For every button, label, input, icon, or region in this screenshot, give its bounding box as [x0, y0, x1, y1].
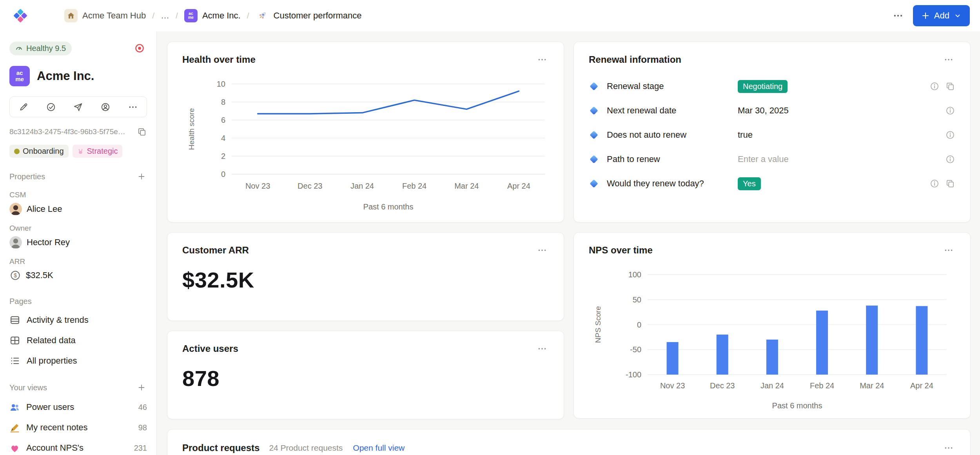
- field-label-csm: CSM: [9, 191, 147, 199]
- info-icon[interactable]: [929, 81, 940, 91]
- company-avatar: ac me: [9, 66, 30, 86]
- record-indicator-icon[interactable]: [132, 41, 147, 56]
- app-logo-icon[interactable]: [11, 6, 30, 25]
- card-menu-button[interactable]: [535, 53, 549, 66]
- svg-text:$: $: [14, 273, 17, 278]
- open-full-view-link[interactable]: Open full view: [353, 443, 405, 453]
- property-label[interactable]: Does not auto renew: [607, 130, 738, 140]
- svg-text:0: 0: [221, 170, 225, 178]
- svg-text:Health score: Health score: [187, 108, 196, 150]
- property-value[interactable]: Yes: [738, 177, 761, 190]
- property-label[interactable]: Path to renew: [607, 154, 738, 164]
- sidebar-toggle-button[interactable]: [38, 7, 54, 24]
- field-value-owner[interactable]: Hector Rey: [9, 236, 147, 249]
- sidebar-item-all-properties[interactable]: All properties: [9, 351, 147, 371]
- breadcrumb-label: Acme Team Hub: [82, 11, 146, 21]
- field-value-arr[interactable]: $ $32.5K: [9, 269, 147, 281]
- sidebar-item-my-recent-notes[interactable]: My recent notes 98: [9, 417, 147, 438]
- svg-text:Mar 24: Mar 24: [860, 381, 884, 390]
- svg-text:50: 50: [633, 295, 641, 304]
- more-actions-button[interactable]: [119, 97, 147, 117]
- sidebar-item-label: Power users: [26, 402, 74, 412]
- breadcrumb-customer-performance[interactable]: Customer performance: [253, 7, 364, 24]
- check-circle-button[interactable]: [37, 97, 65, 117]
- breadcrumb-label: Acme Inc.: [202, 11, 241, 21]
- add-button[interactable]: Add: [913, 5, 970, 26]
- user-circle-button[interactable]: [92, 97, 119, 117]
- header-more-button[interactable]: [890, 8, 906, 24]
- breadcrumb-collapsed[interactable]: …: [158, 9, 172, 22]
- field-value-csm[interactable]: Alice Lee: [9, 203, 147, 215]
- svg-text:Apr 24: Apr 24: [507, 182, 530, 190]
- tags-row: Onboarding Strategic: [9, 145, 147, 158]
- sidebar-item-label: Related data: [27, 335, 76, 346]
- house-icon: [64, 9, 78, 22]
- property-label[interactable]: Next renewal date: [607, 106, 738, 116]
- property-label[interactable]: Renewal stage: [607, 81, 738, 91]
- card-menu-button[interactable]: [535, 244, 549, 257]
- add-view-button[interactable]: [136, 382, 147, 393]
- edit-button[interactable]: [10, 97, 37, 117]
- breadcrumb-separator: /: [176, 11, 178, 20]
- breadcrumb-team-hub[interactable]: Acme Team Hub: [62, 7, 148, 24]
- sidebar-item-power-users[interactable]: Power users 46: [9, 397, 147, 417]
- card-title: Customer ARR: [182, 244, 249, 256]
- property-label[interactable]: Would they renew today?: [607, 178, 738, 189]
- dollar-circle-icon: $: [9, 269, 21, 281]
- info-icon[interactable]: [945, 130, 955, 140]
- property-value[interactable]: Mar 30, 2025: [738, 106, 789, 116]
- chevron-down-icon: [953, 11, 962, 20]
- card-menu-button[interactable]: [942, 53, 955, 66]
- activity-trends-icon: [9, 315, 20, 326]
- property-value-text: true: [738, 130, 753, 140]
- svg-text:Feb 24: Feb 24: [402, 182, 426, 190]
- sidebar-item-label: All properties: [27, 356, 77, 366]
- info-icon[interactable]: [945, 154, 955, 164]
- card-menu-button[interactable]: [942, 244, 955, 257]
- add-property-button[interactable]: [136, 171, 147, 182]
- svg-text:2: 2: [221, 152, 225, 160]
- top-bar: Acme Team Hub / … / ac me Acme Inc. /: [0, 0, 980, 31]
- send-button[interactable]: [65, 97, 92, 117]
- sidebar-item-label: My recent notes: [26, 422, 88, 433]
- sidebar-item-label: Activity & trends: [27, 315, 89, 325]
- health-score-badge[interactable]: Healthy 9.5: [9, 42, 72, 55]
- property-value-input[interactable]: Enter a value: [738, 154, 789, 164]
- arr-value: $32.5K: [167, 257, 564, 293]
- pages-section-title: Pages: [9, 297, 32, 306]
- svg-text:Feb 24: Feb 24: [810, 381, 834, 390]
- copy-icon[interactable]: [945, 81, 955, 91]
- hand-icon: [77, 148, 84, 155]
- company-avatar-top: ac: [16, 70, 23, 76]
- tag-strategic[interactable]: Strategic: [73, 145, 123, 158]
- copy-icon[interactable]: [945, 178, 955, 189]
- copy-icon[interactable]: [137, 127, 147, 137]
- sidebar-item-related-data[interactable]: Related data: [9, 330, 147, 351]
- product-requests-count: 24 Product requests: [269, 443, 343, 453]
- field-label-owner: Owner: [9, 224, 147, 233]
- svg-text:-50: -50: [630, 345, 641, 354]
- property-value[interactable]: true: [738, 130, 753, 140]
- svg-text:10: 10: [217, 80, 225, 88]
- sidebar-item-account-nps[interactable]: Account NPS's 231: [9, 438, 147, 455]
- property-diamond-icon: [589, 154, 599, 164]
- card-menu-button[interactable]: [942, 441, 955, 455]
- properties-section-title: Properties: [9, 172, 45, 181]
- info-icon[interactable]: [929, 178, 940, 189]
- sidebar-item-activity-trends[interactable]: Activity & trends: [9, 310, 147, 330]
- add-button-label: Add: [934, 11, 949, 21]
- health-line-chart: 0246810Nov 23Dec 23Jan 24Feb 24Mar 24Apr…: [182, 74, 550, 215]
- active-users-value: 878: [167, 355, 564, 391]
- breadcrumb-acme-inc[interactable]: ac me Acme Inc.: [182, 7, 243, 24]
- svg-text:4: 4: [221, 134, 225, 142]
- tag-onboarding[interactable]: Onboarding: [9, 145, 69, 158]
- property-diamond-icon: [589, 106, 599, 116]
- property-value[interactable]: Negotiating: [738, 80, 788, 93]
- active-users-card: Active users 878: [167, 331, 564, 419]
- card-title: NPS over time: [589, 244, 653, 256]
- info-icon[interactable]: [945, 106, 955, 116]
- nps-over-time-card: NPS over time -100-50050100Nov 23Dec 23J…: [573, 232, 971, 419]
- svg-text:NPS Score: NPS Score: [594, 306, 602, 343]
- card-menu-button[interactable]: [535, 342, 549, 355]
- svg-text:-100: -100: [626, 370, 641, 379]
